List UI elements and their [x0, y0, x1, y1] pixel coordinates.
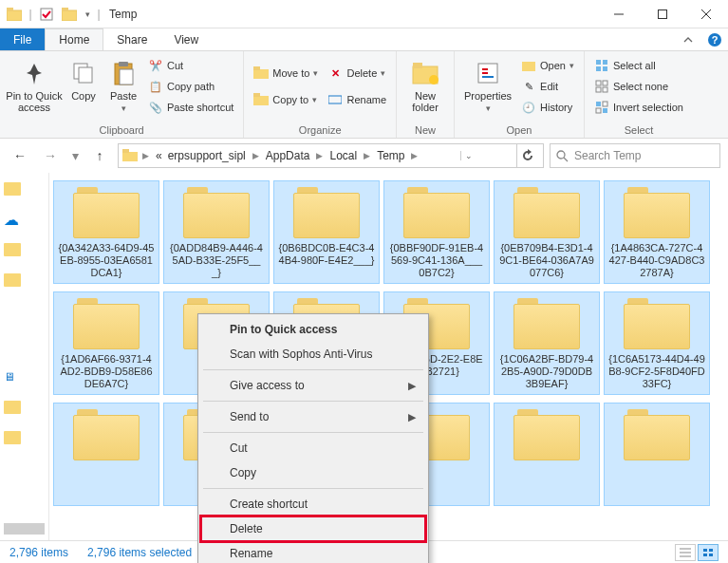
properties-button[interactable]: Properties ▾	[460, 54, 515, 113]
select-none-button[interactable]: Select none	[590, 77, 687, 96]
folder-item[interactable]	[494, 403, 600, 506]
ctx-send-to[interactable]: Send to▶	[201, 404, 425, 429]
minimize-button[interactable]	[597, 0, 641, 28]
invert-selection-button[interactable]: Invert selection	[590, 98, 687, 117]
ctx-copy[interactable]: Copy	[201, 460, 425, 485]
ctx-separator	[203, 432, 423, 433]
rename-button[interactable]: Rename	[324, 90, 390, 109]
svg-rect-25	[522, 62, 535, 71]
up-button[interactable]: ↑	[87, 143, 112, 168]
folder-move-icon	[253, 66, 269, 81]
ctx-pin[interactable]: Pin to Quick access	[201, 317, 425, 342]
folder-item[interactable]: {0EB709B4-E3D1-49C1-BE64-036A7A9077C6}	[494, 180, 600, 284]
folder-item[interactable]: {1C06A2BF-BD79-42B5-A90D-79D0DB3B9EAF}	[494, 291, 600, 395]
breadcrumb-prefix[interactable]: «	[154, 149, 164, 162]
checkbox-icon[interactable]	[36, 4, 57, 25]
ctx-scan[interactable]: Scan with Sophos Anti-Virus	[201, 342, 425, 366]
refresh-button[interactable]	[516, 144, 539, 167]
recent-locations-button[interactable]: ▾	[68, 143, 82, 168]
svg-line-41	[564, 158, 568, 161]
svg-point-23	[429, 75, 439, 84]
tab-view[interactable]: View	[160, 28, 212, 50]
qat-dropdown-icon[interactable]: ▾	[82, 9, 94, 19]
view-icons-button[interactable]	[698, 544, 719, 561]
group-select: Select all Select none Invert selection …	[585, 51, 693, 138]
folder-item[interactable]: {0BBF90DF-91EB-4569-9C41-136A___0B7C2}	[383, 180, 490, 284]
folder-icon	[4, 401, 21, 414]
folder-item[interactable]: {1C6A5173-44D4-49B8-9CF2-5F8D40FD33FC}	[604, 291, 710, 395]
group-organize: Move to▾ Copy to▾ ✕Delete▾ Rename Organi…	[244, 51, 397, 138]
scissors-icon: ✂️	[148, 58, 163, 73]
new-folder-button[interactable]: New folder	[402, 54, 448, 113]
folder-name: {0A342A33-64D9-45EB-8955-03EA6581DCA1}	[58, 242, 155, 279]
close-button[interactable]	[684, 0, 728, 28]
select-all-button[interactable]: Select all	[590, 56, 687, 75]
folder-item[interactable]: {0B6BDC0B-E4C3-44B4-980F-E4E2___}	[273, 180, 380, 284]
svg-rect-36	[596, 108, 601, 113]
breadcrumb-seg-1[interactable]: AppData	[264, 149, 312, 162]
forward-button[interactable]: →	[38, 143, 63, 168]
svg-rect-4	[62, 8, 68, 11]
svg-rect-3	[62, 10, 77, 21]
open-button[interactable]: Open▾	[517, 56, 578, 75]
breadcrumb-dropdown-icon[interactable]: ⌄	[460, 151, 476, 160]
breadcrumb[interactable]: ▶ « erpsupport_sipl▶ AppData▶ Local▶ Tem…	[118, 143, 544, 168]
ctx-cut[interactable]: Cut	[201, 436, 425, 460]
invert-icon	[594, 100, 609, 115]
tab-file[interactable]: File	[0, 28, 45, 50]
folder-item[interactable]	[53, 403, 159, 506]
group-clipboard: Pin to Quick access Copy Paste ▾ ✂️Cut 📋…	[0, 51, 244, 138]
svg-rect-46	[709, 549, 713, 552]
navigation-pane[interactable]: ☁ 🖥	[0, 173, 49, 540]
svg-rect-18	[253, 96, 269, 105]
edit-button[interactable]: ✎Edit	[517, 77, 578, 96]
history-button[interactable]: 🕘History	[517, 98, 578, 117]
folder-icon	[73, 409, 140, 460]
folder-icon	[4, 4, 25, 25]
folder-icon	[122, 149, 138, 162]
ctx-rename[interactable]: Rename	[201, 541, 425, 563]
breadcrumb-seg-2[interactable]: Local	[327, 149, 359, 162]
breadcrumb-seg-3[interactable]: Temp	[375, 149, 406, 162]
copy-path-icon: 📋	[148, 79, 163, 94]
back-button[interactable]: ←	[8, 143, 32, 168]
breadcrumb-seg-0[interactable]: erpsupport_sipl	[166, 149, 248, 162]
folder-item[interactable]: {0ADD84B9-A446-45AD-B33E-25F5___}	[163, 180, 270, 284]
qat-divider: |	[96, 4, 102, 25]
maximize-button[interactable]	[641, 0, 684, 28]
help-icon[interactable]: ?	[701, 28, 728, 50]
chevron-right-icon: ▶	[408, 380, 416, 392]
svg-text:?: ?	[712, 34, 719, 46]
select-all-icon	[594, 58, 609, 73]
folder-name: {0B6BDC0B-E4C3-44B4-980F-E4E2___}	[278, 242, 375, 279]
copy-path-button[interactable]: 📋Copy path	[144, 77, 237, 96]
folder-item[interactable]	[604, 403, 710, 506]
ctx-give-access[interactable]: Give access to▶	[201, 373, 425, 398]
folder-icon	[73, 187, 140, 238]
svg-point-40	[557, 151, 565, 159]
chevron-right-icon[interactable]: ▶	[140, 151, 152, 160]
folder-item[interactable]: {0A342A33-64D9-45EB-8955-03EA6581DCA1}	[53, 180, 159, 284]
svg-rect-27	[603, 60, 607, 65]
cut-button[interactable]: ✂️Cut	[144, 56, 237, 75]
folder-item[interactable]: {1AD6AF66-9371-4AD2-BDB9-D58E86DE6A7C}	[53, 291, 159, 395]
copy-button[interactable]: Copy	[65, 54, 103, 102]
search-input[interactable]: Search Temp	[550, 143, 720, 168]
context-menu: Pin to Quick access Scan with Sophos Ant…	[197, 313, 429, 563]
tab-home[interactable]: Home	[45, 28, 103, 50]
collapse-ribbon-icon[interactable]	[675, 28, 701, 50]
pin-to-quick-access-button[interactable]: Pin to Quick access	[6, 54, 63, 113]
view-details-button[interactable]	[675, 544, 696, 561]
move-to-button[interactable]: Move to▾	[250, 64, 322, 83]
paste-shortcut-button[interactable]: 📎Paste shortcut	[144, 98, 237, 117]
navpane-scrollbar[interactable]	[4, 491, 45, 535]
svg-rect-45	[703, 549, 707, 552]
copy-to-button[interactable]: Copy to▾	[250, 90, 322, 109]
ctx-create-shortcut[interactable]: Create shortcut	[201, 492, 425, 516]
ctx-delete[interactable]: Delete	[201, 516, 425, 541]
folder-icon	[293, 187, 360, 238]
folder-item[interactable]: {1A4863CA-727C-4427-B440-C9AD8C32787A}	[604, 180, 710, 284]
paste-button[interactable]: Paste ▾	[104, 54, 142, 113]
tab-share[interactable]: Share	[103, 28, 160, 50]
delete-button[interactable]: ✕Delete▾	[324, 64, 390, 83]
